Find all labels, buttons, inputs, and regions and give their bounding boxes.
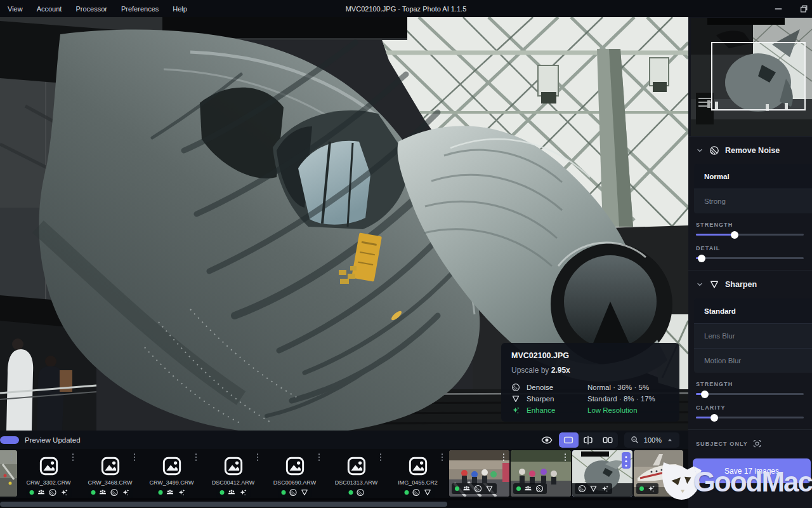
- filmstrip-item-photo[interactable]: [511, 450, 571, 497]
- slider-thumb[interactable]: [710, 414, 718, 422]
- filmstrip-item[interactable]: DSC01313.ARW: [326, 450, 386, 497]
- sharpen-panel: Sharpen Standard Lens Blur Motion Blur S…: [688, 271, 812, 430]
- menu-processor[interactable]: Processor: [75, 5, 107, 13]
- faces-icon: [166, 488, 174, 497]
- sharpen-header[interactable]: Sharpen: [688, 271, 812, 298]
- noise-detail-slider[interactable]: [696, 257, 804, 259]
- preview-progress-pill: [0, 436, 19, 444]
- thumbnail-menu-icon[interactable]: [8, 452, 15, 462]
- option-strong[interactable]: Strong: [694, 189, 812, 213]
- option-standard[interactable]: Standard: [694, 298, 812, 323]
- faces-icon: [524, 485, 532, 493]
- show-original-eye-icon[interactable]: [541, 434, 553, 446]
- preview-status-text: Preview Updated: [25, 436, 81, 444]
- zoom-control[interactable]: 100%: [624, 432, 679, 448]
- filmstrip-item[interactable]: CRW_3468.CRW: [80, 450, 140, 497]
- thumbnail-menu-icon[interactable]: [622, 452, 631, 469]
- image-placeholder-icon: [39, 456, 59, 476]
- thumbnail-status-badges: [155, 487, 188, 498]
- sharpen-strength-slider[interactable]: [696, 393, 804, 395]
- filmstrip-item[interactable]: CRW_3499.CRW: [141, 450, 202, 497]
- split-view-button[interactable]: [579, 432, 598, 448]
- thumbnail-filename: DSC00412.ARW: [203, 479, 263, 486]
- denoise-icon: [709, 145, 719, 156]
- filmstrip-item-partial[interactable]: [0, 450, 17, 497]
- single-view-icon: [563, 434, 574, 446]
- enhance-icon: [60, 488, 68, 497]
- subject-only-row[interactable]: SUBJECT ONLY: [688, 430, 812, 448]
- option-motion-blur[interactable]: Motion Blur: [694, 348, 812, 373]
- chevron-down-icon: [696, 147, 704, 154]
- single-view-button[interactable]: [559, 432, 579, 448]
- thumbnail-menu-icon[interactable]: [438, 452, 446, 462]
- thumbnail-menu-icon[interactable]: [254, 452, 261, 462]
- thumbnail-menu-icon[interactable]: [377, 452, 384, 462]
- thumbnail-menu-icon[interactable]: [315, 452, 323, 462]
- processed-dot-icon: [516, 486, 521, 491]
- enhance-icon: [239, 488, 247, 497]
- remove-noise-model-options: Normal Strong: [694, 164, 812, 213]
- subject-select-icon: [752, 439, 762, 448]
- restore-button-icon[interactable]: [799, 4, 808, 13]
- denoise-icon: [511, 383, 520, 392]
- info-row-denoise: Denoise Normal · 36% · 5%: [511, 382, 669, 393]
- denoise-icon: [289, 488, 297, 497]
- faces-icon: [98, 488, 107, 497]
- thumbnail-status-badges: [88, 487, 133, 498]
- enhance-icon: [121, 488, 129, 497]
- option-normal[interactable]: Normal: [694, 164, 812, 189]
- filmstrip-item-photo[interactable]: [634, 450, 683, 497]
- image-placeholder-icon: [100, 456, 121, 476]
- thumbnail-filename: CRW_3499.CRW: [141, 479, 202, 486]
- save-images-button[interactable]: Save 17 images: [693, 458, 811, 483]
- filmstrip-item-photo[interactable]: [449, 450, 509, 497]
- slider-thumb[interactable]: [731, 231, 738, 239]
- slider-label: DETAIL: [696, 245, 804, 251]
- side-by-side-view-button[interactable]: [598, 432, 618, 448]
- settings-sidebar: Remove Noise Normal Strong STRENGTH DETA…: [688, 17, 812, 508]
- panel-title: Sharpen: [725, 280, 757, 289]
- scrollbar-thumb[interactable]: [0, 502, 447, 507]
- sharpen-clarity-slider[interactable]: [696, 417, 804, 418]
- filmstrip-item[interactable]: IMG_0455.CR2: [388, 450, 448, 497]
- option-lens-blur[interactable]: Lens Blur: [694, 323, 812, 348]
- image-preview-canvas[interactable]: MVC02100.JPG Upscale by 2.95x Denoise No…: [0, 17, 688, 431]
- chevron-down-icon: [696, 281, 704, 288]
- thumbnail-menu-icon[interactable]: [131, 452, 138, 462]
- thumbnail-filename: CRW_3302.CRW: [18, 479, 79, 486]
- filmstrip-item[interactable]: DSC00412.ARW: [203, 450, 263, 497]
- filmstrip: CRW_3302.CRW CRW_3468.CRW: [0, 449, 688, 498]
- filmstrip-item[interactable]: DSC00690.ARW: [265, 450, 325, 497]
- menu-preferences[interactable]: Preferences: [121, 5, 159, 13]
- filmstrip-item-selected[interactable]: [572, 450, 632, 497]
- sharpen-strength-slider-block: STRENGTH: [688, 373, 812, 396]
- remove-noise-header[interactable]: Remove Noise: [688, 136, 812, 164]
- minimize-button-icon[interactable]: [774, 4, 783, 13]
- thumbnail-menu-icon[interactable]: [500, 452, 508, 462]
- navigator-photo: [691, 18, 812, 136]
- thumbnail-menu-icon[interactable]: [69, 452, 77, 462]
- thumbnail-status-badges: [216, 487, 250, 498]
- noise-strength-slider[interactable]: [696, 234, 804, 236]
- thumbnail-menu-icon[interactable]: [561, 452, 569, 462]
- menu-view[interactable]: View: [8, 5, 23, 13]
- slider-thumb[interactable]: [701, 391, 709, 398]
- topaz-photo-ai-window: View Account Processor Preferences Help …: [0, 0, 812, 508]
- image-placeholder-icon: [162, 456, 182, 476]
- denoise-icon: [474, 485, 482, 493]
- thumbnail-status-badges: [575, 483, 612, 494]
- menu-help[interactable]: Help: [173, 5, 187, 13]
- filmstrip-item[interactable]: CRW_3302.CRW: [18, 450, 79, 497]
- menu-account[interactable]: Account: [37, 5, 62, 13]
- image-placeholder-icon: [285, 456, 305, 476]
- thumbnail-status-badges: [513, 483, 547, 494]
- navigator-preview[interactable]: [691, 18, 812, 136]
- processed-dot-icon: [91, 490, 95, 495]
- processed-dot-icon: [404, 490, 409, 495]
- filmstrip-scrollbar[interactable]: [0, 500, 688, 508]
- slider-thumb[interactable]: [698, 255, 705, 262]
- noise-strength-slider-block: STRENGTH: [688, 213, 812, 237]
- enhance-icon: [177, 488, 185, 497]
- thumbnail-menu-icon[interactable]: [192, 452, 200, 462]
- processed-dot-icon: [281, 490, 285, 495]
